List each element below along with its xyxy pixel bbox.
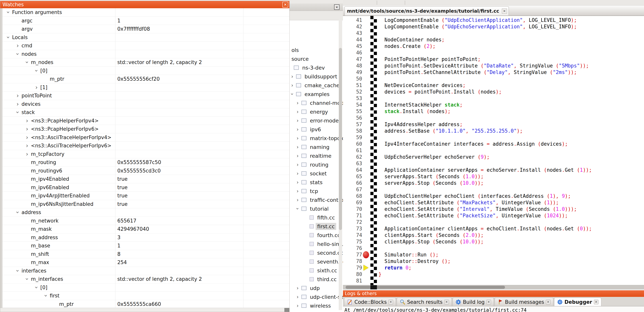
- line-number[interactable]: 61: [343, 148, 365, 153]
- tree-item-buildsupport[interactable]: ›buildsupport: [290, 72, 343, 81]
- watch-row[interactable]: ›<ns3::AsciiTraceHelperForIpv4>: [2, 133, 289, 142]
- tree-scrollbar-thumb[interactable]: [339, 48, 342, 230]
- watch-row[interactable]: ›<ns3::PcapHelperForIpv6>: [2, 125, 289, 133]
- code-line[interactable]: 76: [343, 245, 644, 251]
- code-line[interactable]: 56: [343, 115, 644, 121]
- tree-item-tcp[interactable]: ›tcp: [290, 187, 343, 195]
- chevron-down-icon[interactable]: ›: [43, 292, 49, 300]
- close-icon[interactable]: ✕: [546, 300, 550, 304]
- code-line[interactable]: 49 pointToPoint.SetChannelAttribute ("De…: [343, 69, 644, 76]
- line-number[interactable]: 76: [343, 245, 365, 251]
- line-number[interactable]: 65: [343, 174, 365, 179]
- watch-row[interactable]: ›m_tcpFactory: [2, 150, 289, 158]
- code-line[interactable]: 59: [343, 134, 644, 141]
- close-icon[interactable]: ✕: [486, 300, 491, 304]
- log-tab-search-results[interactable]: Search results✕: [397, 298, 452, 306]
- code-line[interactable]: 71 echoClient.SetAttribute ("PacketSize"…: [343, 212, 644, 219]
- chevron-right-icon[interactable]: ›: [23, 135, 31, 140]
- code-line[interactable]: 68 UdpEchoClientHelper echoClient (inter…: [343, 193, 644, 199]
- line-number[interactable]: 70: [343, 206, 365, 212]
- watch-row[interactable]: m_network655617: [2, 217, 289, 225]
- line-number[interactable]: 50: [343, 76, 365, 82]
- watch-row[interactable]: m_ipv6NsRsJitterEnabledtrue: [2, 200, 289, 208]
- line-number[interactable]: 62: [343, 154, 365, 160]
- watch-row[interactable]: m_mask4294967040: [2, 225, 289, 233]
- watches-title-bar[interactable]: Watches ✕: [0, 1, 289, 8]
- tree-item-fifth-cc[interactable]: fifth.cc: [290, 213, 343, 222]
- breakpoint-margin[interactable]: [370, 16, 377, 285]
- tree-item-hello-simul[interactable]: hello-simul: [290, 240, 343, 248]
- chevron-right-icon[interactable]: ›: [33, 85, 40, 90]
- code-line[interactable]: 60 Ipv4InterfaceContainer interfaces = a…: [343, 141, 644, 147]
- line-number[interactable]: 52: [343, 89, 365, 95]
- close-icon[interactable]: ✕: [334, 4, 340, 10]
- breakpoint-icon[interactable]: [363, 251, 369, 258]
- chevron-down-icon[interactable]: ›: [290, 91, 295, 97]
- line-number[interactable]: 60: [343, 141, 365, 147]
- chevron-right-icon[interactable]: ›: [295, 162, 300, 167]
- watch-row[interactable]: ›[0]: [2, 67, 289, 75]
- line-number[interactable]: 53: [343, 95, 365, 101]
- line-number[interactable]: 73: [343, 226, 365, 232]
- code-line[interactable]: 44 NodeContainer nodes;: [343, 36, 644, 43]
- watch-row[interactable]: ›m_interfacesstd::vector of length 2, ca…: [2, 275, 289, 284]
- watches-hscrollbar[interactable]: [0, 308, 289, 312]
- log-tab-build-messages[interactable]: Build messages✕: [494, 298, 553, 306]
- close-icon[interactable]: ✕: [282, 2, 288, 7]
- close-icon[interactable]: ✕: [388, 300, 393, 304]
- line-number[interactable]: 69: [343, 200, 365, 205]
- line-number[interactable]: 79: [343, 265, 365, 271]
- line-number[interactable]: 46: [343, 50, 365, 56]
- tree-item-error-model[interactable]: ›error-model: [290, 116, 343, 125]
- line-number[interactable]: 55: [343, 109, 365, 114]
- line-number[interactable]: 59: [343, 135, 365, 140]
- chevron-right-icon[interactable]: ›: [295, 197, 300, 202]
- line-number[interactable]: 58: [343, 128, 365, 134]
- code-line[interactable]: 72: [343, 219, 644, 225]
- code-line[interactable]: 53: [343, 95, 644, 102]
- line-number[interactable]: 68: [343, 193, 365, 199]
- watch-row[interactable]: ›Function arguments: [2, 8, 289, 17]
- chevron-down-icon[interactable]: ›: [15, 267, 20, 275]
- watch-row[interactable]: ›first: [2, 292, 289, 300]
- code-line[interactable]: 43: [343, 30, 644, 36]
- line-number[interactable]: 51: [343, 82, 365, 88]
- line-number[interactable]: 78: [343, 258, 365, 264]
- chevron-down-icon[interactable]: ›: [15, 109, 20, 116]
- log-tab-code-blocks[interactable]: Code::Blocks✕: [344, 298, 396, 306]
- line-number[interactable]: 63: [343, 160, 365, 166]
- chevron-down-icon[interactable]: ›: [24, 58, 30, 66]
- tree-item-traffic-contro[interactable]: ›traffic-contro: [290, 195, 343, 204]
- line-number[interactable]: 41: [343, 17, 365, 23]
- code-line[interactable]: 81: [343, 278, 644, 284]
- tree-item-channel-mod[interactable]: ›channel-mod: [290, 99, 343, 107]
- chevron-down-icon[interactable]: ›: [6, 33, 11, 41]
- line-number[interactable]: 80: [343, 271, 365, 277]
- tree-item-udp-client-ser[interactable]: ›udp-client-ser: [290, 293, 343, 301]
- line-number[interactable]: 45: [343, 43, 365, 49]
- chevron-right-icon[interactable]: ›: [295, 136, 300, 141]
- code-line[interactable]: 41 LogComponentEnable ("UdpEchoClientApp…: [343, 17, 644, 23]
- chevron-down-icon[interactable]: ›: [6, 8, 11, 16]
- code-line[interactable]: 79 return 0;: [343, 265, 644, 271]
- tree-item-socket[interactable]: ›socket: [290, 169, 343, 178]
- line-number[interactable]: 49: [343, 69, 365, 75]
- line-number[interactable]: 57: [343, 122, 365, 127]
- watch-row[interactable]: m_ipv6Enabledtrue: [2, 183, 289, 192]
- tree-item-sixth-cc[interactable]: sixth.cc: [290, 266, 343, 275]
- code-line[interactable]: 78 Simulator::Destroy ();: [343, 258, 644, 265]
- line-number[interactable]: 75: [343, 239, 365, 245]
- chevron-right-icon[interactable]: ›: [295, 153, 300, 158]
- tree-item-first-cc[interactable]: first.cc: [290, 222, 343, 231]
- tree-item-naming[interactable]: ›naming: [290, 143, 343, 152]
- tree-item-matrix-topolo[interactable]: ›matrix-topolo: [290, 134, 343, 143]
- chevron-right-icon[interactable]: ›: [295, 100, 300, 105]
- watch-row[interactable]: m_ipv4ArpJitterEnabledtrue: [2, 192, 289, 200]
- line-number[interactable]: 48: [343, 63, 365, 69]
- log-tab-build-log[interactable]: Build log✕: [452, 298, 494, 306]
- tree-item-wireless[interactable]: ›wireless: [290, 301, 343, 310]
- chevron-down-icon[interactable]: ›: [24, 275, 30, 283]
- tree-item-examples[interactable]: ›examples: [290, 90, 343, 99]
- chevron-right-icon[interactable]: ›: [295, 189, 300, 193]
- editor-tab-first-cc[interactable]: mnt/dev/tools/source/ns-3-dev/examples/t…: [344, 6, 509, 15]
